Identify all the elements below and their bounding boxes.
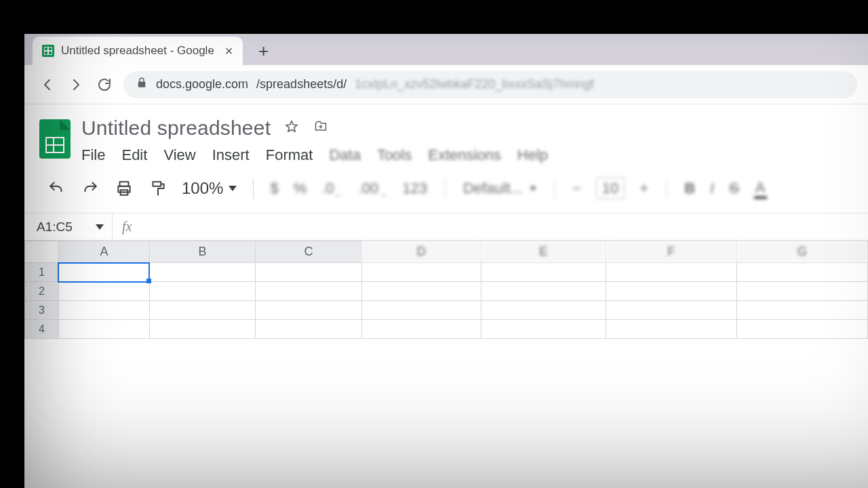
menu-view[interactable]: View bbox=[163, 146, 195, 164]
col-header-C[interactable]: C bbox=[256, 241, 362, 263]
svg-rect-3 bbox=[153, 182, 161, 186]
font-size-plus[interactable]: + bbox=[639, 180, 648, 197]
move-icon[interactable] bbox=[313, 120, 329, 136]
font-size-minus[interactable]: − bbox=[572, 180, 581, 197]
back-button[interactable] bbox=[38, 75, 57, 94]
font-family-label: Default... bbox=[463, 180, 523, 197]
name-box[interactable]: A1:C5 bbox=[24, 214, 113, 240]
cell-F2[interactable] bbox=[606, 282, 736, 301]
row-header-3[interactable]: 3 bbox=[25, 301, 59, 320]
cell-C1[interactable] bbox=[256, 263, 362, 282]
star-icon[interactable] bbox=[284, 119, 299, 137]
col-header-F[interactable]: F bbox=[606, 241, 736, 263]
cell-G1[interactable] bbox=[736, 263, 867, 282]
increase-decimal-button[interactable]: .00→ bbox=[358, 180, 388, 197]
reload-button[interactable] bbox=[95, 75, 114, 94]
url-host: docs.google.com bbox=[156, 77, 248, 92]
cell-E3[interactable] bbox=[481, 301, 606, 320]
italic-button[interactable]: I bbox=[710, 180, 714, 197]
cell-B2[interactable] bbox=[149, 282, 255, 301]
toolbar-divider bbox=[554, 178, 555, 199]
tab-title: Untitled spreadsheet - Google bbox=[61, 44, 214, 58]
cell-A2[interactable] bbox=[58, 282, 149, 301]
formula-bar[interactable] bbox=[141, 214, 868, 240]
document-title[interactable]: Untitled spreadsheet bbox=[81, 117, 271, 140]
menu-insert[interactable]: Insert bbox=[212, 146, 250, 164]
browser-toolbar: docs.google.com/spreadsheets/d/1cxtpLn_x… bbox=[24, 65, 868, 104]
menu-edit[interactable]: Edit bbox=[121, 146, 147, 164]
text-color-button[interactable]: A bbox=[754, 179, 767, 199]
menu-tools[interactable]: Tools bbox=[377, 146, 412, 164]
cell-D2[interactable] bbox=[361, 282, 481, 301]
col-header-B[interactable]: B bbox=[149, 241, 255, 263]
menu-bar: File Edit View Insert Format Data Tools … bbox=[81, 144, 548, 172]
toolbar: 100% $ % .0← .00→ 123 Default... − 10 + bbox=[24, 172, 868, 214]
cell-D3[interactable] bbox=[361, 301, 481, 320]
toolbar-divider bbox=[445, 178, 446, 199]
menu-extensions[interactable]: Extensions bbox=[428, 146, 501, 164]
col-header-D[interactable]: D bbox=[361, 241, 481, 263]
cell-F1[interactable] bbox=[606, 263, 736, 282]
name-box-value: A1:C5 bbox=[37, 220, 73, 235]
cell-B4[interactable] bbox=[149, 320, 255, 339]
cell-A1[interactable] bbox=[58, 263, 149, 282]
cell-E1[interactable] bbox=[481, 263, 606, 282]
cell-F4[interactable] bbox=[606, 320, 736, 339]
percent-button[interactable]: % bbox=[294, 180, 307, 197]
browser-tab[interactable]: Untitled spreadsheet - Google × bbox=[33, 37, 243, 65]
lock-icon bbox=[136, 77, 148, 92]
decrease-decimal-button[interactable]: .0← bbox=[321, 180, 342, 197]
cell-B3[interactable] bbox=[149, 301, 255, 320]
font-size-input[interactable]: 10 bbox=[596, 178, 625, 199]
menu-help[interactable]: Help bbox=[517, 146, 548, 164]
cell-G3[interactable] bbox=[736, 301, 867, 320]
col-header-E[interactable]: E bbox=[481, 241, 606, 263]
cell-A3[interactable] bbox=[58, 301, 149, 320]
redo-button[interactable] bbox=[80, 178, 100, 199]
cell-G2[interactable] bbox=[736, 282, 867, 301]
formula-bar-row: A1:C5 fx bbox=[24, 214, 868, 241]
url-path: /spreadsheets/d/ bbox=[256, 77, 347, 92]
toolbar-divider bbox=[666, 178, 667, 199]
close-tab-icon[interactable]: × bbox=[225, 44, 233, 58]
menu-format[interactable]: Format bbox=[266, 146, 313, 164]
cell-C2[interactable] bbox=[256, 282, 362, 301]
strikethrough-button[interactable]: S bbox=[729, 180, 739, 197]
app-header: Untitled spreadsheet File Edit View Inse… bbox=[24, 104, 868, 172]
cell-E2[interactable] bbox=[481, 282, 606, 301]
cell-F3[interactable] bbox=[606, 301, 736, 320]
col-header-A[interactable]: A bbox=[58, 241, 149, 263]
cell-E4[interactable] bbox=[481, 320, 606, 339]
bold-button[interactable]: B bbox=[684, 180, 695, 197]
cell-D1[interactable] bbox=[361, 263, 481, 282]
sheets-logo[interactable] bbox=[39, 119, 71, 159]
address-bar[interactable]: docs.google.com/spreadsheets/d/1cxtpLn_x… bbox=[123, 71, 857, 98]
toolbar-divider bbox=[253, 178, 254, 199]
cell-B1[interactable] bbox=[149, 263, 255, 282]
cell-C4[interactable] bbox=[256, 320, 362, 339]
menu-data[interactable]: Data bbox=[329, 146, 360, 164]
font-family-dropdown[interactable]: Default... bbox=[463, 180, 536, 197]
sheets-favicon bbox=[42, 45, 54, 57]
col-header-G[interactable]: G bbox=[736, 241, 867, 263]
paint-format-button[interactable] bbox=[148, 178, 168, 199]
cell-C3[interactable] bbox=[256, 301, 362, 320]
caret-down-icon bbox=[229, 186, 237, 191]
row-header-4[interactable]: 4 bbox=[25, 320, 59, 339]
currency-button[interactable]: $ bbox=[270, 180, 278, 197]
row-header-2[interactable]: 2 bbox=[25, 282, 59, 301]
menu-file[interactable]: File bbox=[81, 146, 105, 164]
forward-button[interactable] bbox=[66, 75, 85, 94]
caret-down-icon bbox=[530, 186, 536, 191]
select-all-corner[interactable] bbox=[25, 241, 59, 263]
new-tab-button[interactable]: + bbox=[252, 39, 275, 62]
cell-D4[interactable] bbox=[361, 320, 481, 339]
row-header-1[interactable]: 1 bbox=[25, 263, 59, 282]
cell-G4[interactable] bbox=[736, 320, 867, 339]
number-format-button[interactable]: 123 bbox=[402, 180, 427, 197]
cell-A4[interactable] bbox=[58, 320, 149, 339]
zoom-dropdown[interactable]: 100% bbox=[182, 179, 237, 198]
spreadsheet-grid[interactable]: A B C D E F G 1 bbox=[24, 241, 868, 488]
undo-button[interactable] bbox=[46, 178, 66, 199]
print-button[interactable] bbox=[114, 178, 134, 199]
